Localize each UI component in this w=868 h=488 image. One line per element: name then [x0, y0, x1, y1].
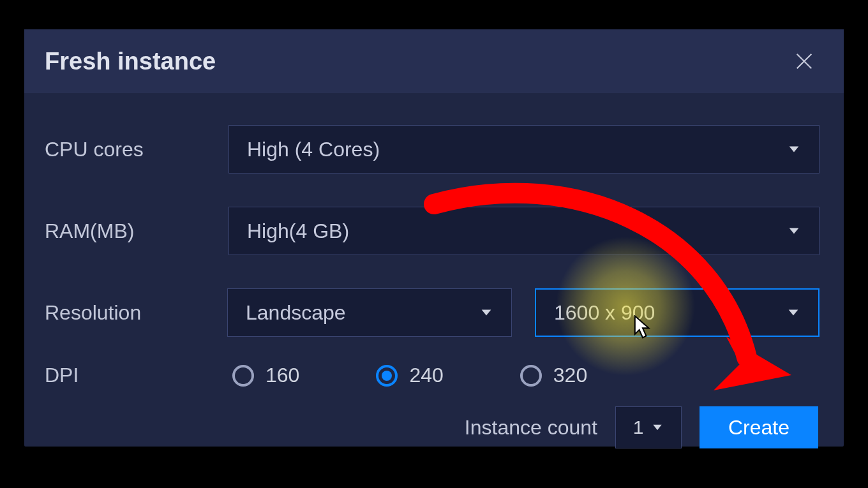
dialog-footer: Instance count 1 Create [45, 406, 819, 448]
dpi-radio-160[interactable]: 160 [232, 364, 299, 387]
radio-icon [232, 365, 254, 387]
dpi-label: DPI [45, 364, 230, 387]
radio-dot-icon [382, 371, 392, 381]
radio-icon [520, 365, 542, 387]
dpi-radio-group: 160 240 320 [230, 364, 587, 387]
caret-down-icon [651, 421, 664, 434]
cpu-label: CPU cores [45, 138, 228, 161]
close-button[interactable] [790, 47, 818, 75]
resolution-select[interactable]: 1600 x 900 [535, 288, 819, 337]
caret-down-icon [787, 138, 801, 161]
cpu-value: High (4 Cores) [247, 138, 380, 161]
dpi-radio-240[interactable]: 240 [376, 364, 443, 387]
dialog-content: CPU cores High (4 Cores) RAM(MB) High(4 … [24, 93, 844, 448]
ram-row: RAM(MB) High(4 GB) [45, 207, 819, 255]
caret-down-icon [786, 301, 800, 325]
instance-count-select[interactable]: 1 [615, 406, 682, 448]
dpi-row: DPI 160 240 320 [45, 364, 819, 387]
create-button[interactable]: Create [700, 406, 818, 448]
svg-marker-6 [654, 425, 662, 430]
ram-value: High(4 GB) [247, 219, 349, 243]
radio-icon [376, 365, 398, 387]
cpu-row: CPU cores High (4 Cores) [45, 125, 819, 174]
svg-marker-2 [789, 146, 799, 152]
resolution-row: Resolution Landscape 1600 x 900 [45, 288, 819, 337]
caret-down-icon [479, 301, 493, 325]
orientation-select[interactable]: Landscape [227, 288, 512, 337]
resolution-label: Resolution [45, 301, 227, 325]
dialog-title: Fresh instance [45, 48, 216, 75]
titlebar: Fresh instance [24, 29, 844, 93]
close-icon [793, 50, 815, 72]
dpi-240-label: 240 [409, 364, 443, 387]
dpi-320-label: 320 [553, 364, 587, 387]
dpi-160-label: 160 [266, 364, 299, 387]
dpi-radio-320[interactable]: 320 [520, 364, 587, 387]
ram-label: RAM(MB) [45, 219, 228, 243]
fresh-instance-dialog: Fresh instance CPU cores High (4 Cores) … [24, 29, 844, 447]
ram-select[interactable]: High(4 GB) [228, 207, 819, 255]
orientation-value: Landscape [246, 301, 346, 325]
create-button-label: Create [728, 416, 789, 440]
instance-count-value: 1 [633, 417, 644, 438]
svg-marker-5 [789, 309, 798, 315]
svg-marker-4 [482, 309, 491, 315]
instance-count-label: Instance count [465, 416, 597, 440]
cpu-select[interactable]: High (4 Cores) [228, 125, 819, 174]
resolution-value: 1600 x 900 [554, 301, 655, 325]
svg-marker-3 [789, 228, 799, 233]
caret-down-icon [787, 219, 801, 243]
